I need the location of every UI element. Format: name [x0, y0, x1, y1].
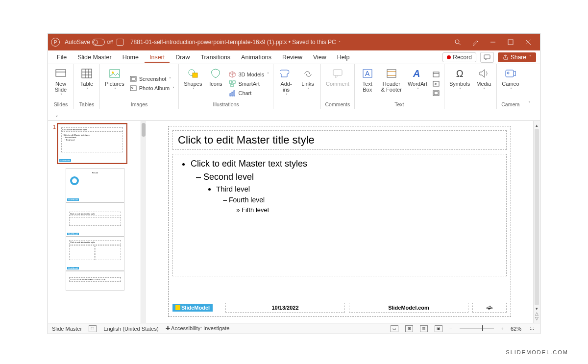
new-slide-button[interactable]: New Slide˅ [51, 66, 71, 101]
comments-pane-button[interactable] [480, 52, 494, 63]
layout-thumbnail-4[interactable]: CLICK TO EDIT MASTER TITLE STYLE [66, 271, 124, 291]
menu-home[interactable]: Home [118, 52, 144, 63]
omega-icon: Ω [453, 67, 466, 80]
zoom-slider[interactable] [460, 328, 494, 329]
screenshot-button[interactable]: Screenshot˅ [128, 74, 175, 83]
3d-models-button[interactable]: 3D Models˅ [227, 70, 270, 79]
svg-rect-41 [506, 70, 514, 77]
title-placeholder[interactable]: Click to edit Master title style [172, 130, 507, 150]
group-label-camera: Camera [500, 101, 521, 109]
menu-draw[interactable]: Draw [171, 52, 195, 63]
pictures-button[interactable]: Pictures˅ [103, 66, 126, 101]
menu-help[interactable]: Help [332, 52, 355, 63]
reading-view-icon[interactable]: ▥ [420, 325, 428, 332]
svg-rect-28 [333, 70, 342, 75]
media-button[interactable]: Media˅ [474, 66, 493, 101]
svg-rect-35 [433, 72, 439, 77]
shapes-button[interactable]: Shapes˅ [182, 66, 204, 101]
thumbnail-pane[interactable]: 1 Click to edit Master title style • Cli… [48, 121, 141, 323]
screenshot-icon [129, 75, 137, 83]
svg-rect-23 [233, 81, 235, 83]
record-button[interactable]: Record [442, 52, 476, 62]
normal-view-icon[interactable]: ▭ [391, 325, 398, 332]
search-icon[interactable] [449, 34, 466, 50]
status-accessibility[interactable]: ✚ Accessibility: Investigate [166, 325, 230, 332]
thumbnail-scrollbar[interactable] [141, 121, 146, 323]
cameo-button[interactable]: Cameo˅ [500, 66, 521, 101]
ribbon-group-addins: Add- ins˅ Links˅ [273, 64, 321, 109]
icons-button[interactable]: Icons [206, 66, 225, 101]
menu-review[interactable]: Review [277, 52, 307, 63]
pen-icon[interactable] [466, 34, 484, 50]
scroll-up-icon[interactable]: ▴ [534, 123, 540, 128]
object-icon [432, 89, 440, 97]
photo-album-button[interactable]: Photo Album˅ [128, 84, 175, 93]
master-thumbnail[interactable]: Click to edit Master title style • Click… [58, 124, 126, 163]
chart-icon [228, 89, 236, 97]
links-button[interactable]: Links˅ [298, 66, 318, 101]
svg-rect-18 [130, 86, 136, 91]
layout-thumbnail-1[interactable]: PictureSlideModel [66, 168, 124, 202]
svg-text:#: # [435, 82, 437, 86]
chart-button[interactable]: Chart [227, 89, 270, 97]
zoom-level[interactable]: 62% [511, 326, 521, 332]
layout-thumbnail-3[interactable]: Click to edit Master title styleSlideMod… [66, 237, 124, 271]
document-title[interactable]: 7881-01-self-introduction-powerpoint-tem… [130, 39, 341, 46]
qat-dropdown[interactable]: ⌄ [53, 112, 61, 119]
header-footer-button[interactable]: Header & Footer [379, 66, 404, 101]
body-placeholder[interactable]: Click to edit Master text styles Second … [172, 154, 507, 276]
shapes-icon [187, 67, 199, 80]
menu-slide-master[interactable]: Slide Master [73, 52, 116, 63]
fit-to-window-icon[interactable]: ⛶ [528, 325, 536, 332]
symbols-button[interactable]: ΩSymbols˅ [447, 66, 472, 101]
collapse-ribbon-button[interactable]: ˅ [524, 64, 535, 109]
date-time-button[interactable] [431, 70, 441, 79]
status-language[interactable]: English (United States) [103, 326, 159, 332]
slide-master-canvas[interactable]: Click to edit Master title style Click t… [168, 126, 511, 317]
layout-thumbnail-2[interactable]: Click to edit Master title styleSlideMod… [66, 202, 124, 237]
menu-insert[interactable]: Insert [145, 52, 170, 63]
svg-rect-14 [110, 70, 120, 77]
zoom-in-button[interactable]: + [501, 326, 504, 332]
footer-placeholder[interactable]: SlideModel.com [349, 303, 468, 313]
share-button[interactable]: Share˅ [498, 52, 536, 62]
smartart-icon [228, 80, 236, 88]
addins-button[interactable]: Add- ins˅ [276, 66, 296, 101]
smartart-button[interactable]: SmartArt [227, 79, 270, 88]
date-placeholder[interactable]: 10/13/2022 [225, 303, 345, 313]
vertical-scrollbar[interactable]: ▴ ▾ △ ▽ [533, 121, 540, 323]
object-button[interactable] [431, 89, 441, 97]
ribbon: New Slide˅ Slides Table˅ Tables Pictures… [48, 64, 540, 109]
menu-animations[interactable]: Animations [236, 52, 276, 63]
menu-transitions[interactable]: Transitions [196, 52, 235, 63]
wordart-button[interactable]: AWordArt˅ [406, 66, 429, 101]
minimize-icon[interactable] [484, 34, 502, 50]
autosave-label: AutoSave [65, 39, 90, 46]
ribbon-group-text: AText Box Header & Footer AWordArt˅ # Te… [355, 64, 444, 109]
slide-number-button[interactable]: # [431, 79, 441, 88]
picture-icon [108, 67, 121, 80]
canvas-scroll[interactable]: Click to edit Master title style Click t… [146, 121, 533, 323]
svg-point-42 [507, 72, 509, 74]
scroll-down-icon[interactable]: ▾ [534, 306, 540, 311]
next-slide-icon[interactable]: ▽ [534, 316, 540, 321]
textbox-button[interactable]: AText Box [358, 66, 377, 101]
svg-rect-24 [231, 84, 233, 87]
svg-rect-3 [508, 40, 513, 45]
maximize-icon[interactable] [502, 34, 519, 50]
display-settings-icon[interactable]: ⬚ [89, 325, 97, 332]
prev-slide-icon[interactable]: △ [534, 311, 540, 316]
save-icon[interactable] [117, 39, 123, 46]
link-icon [301, 67, 314, 80]
zoom-out-button[interactable]: − [449, 326, 452, 332]
menu-view[interactable]: View [308, 52, 331, 63]
close-icon[interactable] [519, 34, 537, 50]
cube-icon [228, 71, 236, 78]
table-button[interactable]: Table˅ [77, 66, 97, 101]
sorter-view-icon[interactable]: ⊞ [405, 325, 413, 332]
slide-number-placeholder[interactable]: ‹#› [472, 303, 507, 313]
slideshow-view-icon[interactable]: ▣ [435, 325, 442, 332]
autosave-toggle[interactable]: AutoSave Off [65, 39, 113, 46]
menu-file[interactable]: File [52, 52, 72, 63]
status-view[interactable]: Slide Master [52, 326, 82, 332]
